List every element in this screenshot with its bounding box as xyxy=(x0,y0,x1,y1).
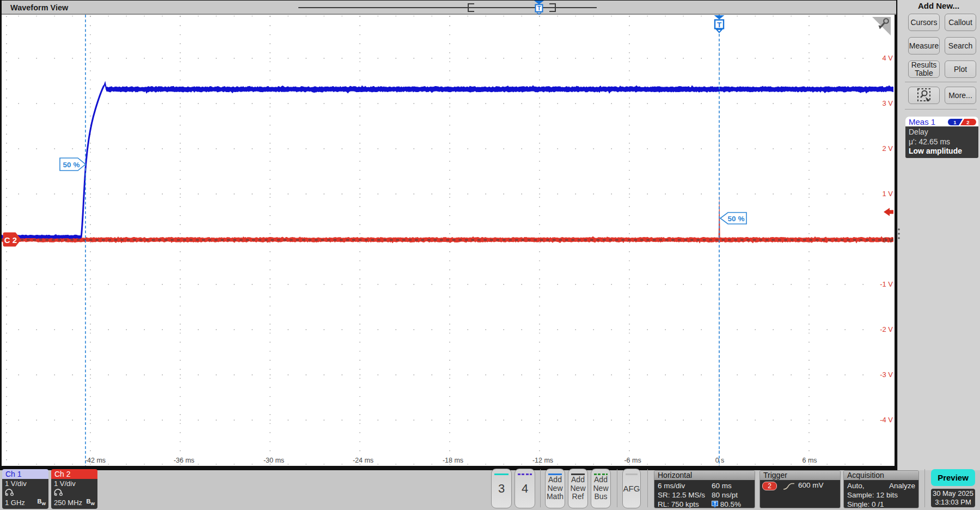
svg-text:-6 ms: -6 ms xyxy=(624,457,641,464)
svg-text:50 %: 50 % xyxy=(63,161,80,169)
svg-text:2 V: 2 V xyxy=(882,144,893,153)
svg-text:3 V: 3 V xyxy=(882,99,893,107)
svg-text:-36 ms: -36 ms xyxy=(174,457,194,464)
svg-text:-12 ms: -12 ms xyxy=(532,457,553,464)
svg-text:-18 ms: -18 ms xyxy=(443,457,463,464)
svg-text:T: T xyxy=(713,501,716,506)
svg-text:-3 V: -3 V xyxy=(880,371,893,379)
svg-text:-24 ms: -24 ms xyxy=(353,457,373,464)
svg-text:1: 1 xyxy=(953,119,957,125)
svg-text:50 %: 50 % xyxy=(728,215,745,223)
svg-text:2: 2 xyxy=(966,119,969,125)
svg-text:-2 V: -2 V xyxy=(880,325,893,333)
svg-text:-4 V: -4 V xyxy=(880,416,893,424)
svg-text:0 s: 0 s xyxy=(715,457,725,464)
svg-text:-1 V: -1 V xyxy=(880,280,893,288)
svg-text:T: T xyxy=(717,21,722,29)
svg-text:T: T xyxy=(537,5,541,11)
svg-text:4 V: 4 V xyxy=(882,54,893,62)
svg-text:C 2: C 2 xyxy=(4,235,17,245)
svg-text:1 V: 1 V xyxy=(882,190,893,198)
svg-text:-42 ms: -42 ms xyxy=(85,457,106,464)
svg-text:-30 ms: -30 ms xyxy=(264,457,284,464)
svg-text:6 ms: 6 ms xyxy=(802,457,817,464)
